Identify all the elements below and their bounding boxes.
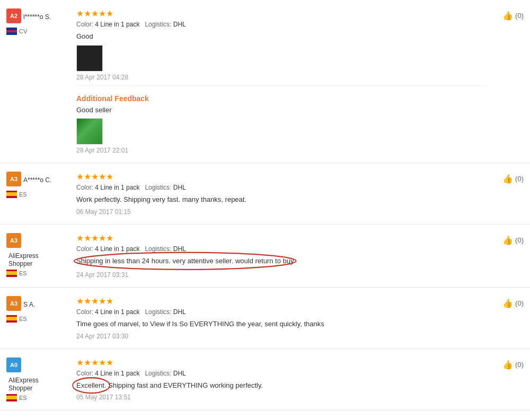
- review-meta: Color: 4 Line in 1 pack Logistics: DHL: [76, 370, 485, 377]
- reviewer-info: A3 S A. ES: [6, 296, 70, 340]
- star: ★: [76, 296, 84, 306]
- helpful-area: 👍 (0): [492, 233, 524, 279]
- additional-feedback-date: 28 Apr 2017 22:01: [76, 147, 485, 154]
- additional-product-image-wrapper: [76, 118, 485, 145]
- reviewer-name: A*****o C.: [23, 176, 51, 184]
- thumb-up-icon: 👍: [502, 360, 513, 370]
- helpful-area: 👍 (0): [492, 172, 524, 216]
- color-label: Color:: [76, 184, 95, 191]
- flag-icon: [6, 28, 17, 35]
- circle-highlight-svg: [71, 376, 111, 395]
- helpful-count: (0): [515, 175, 524, 183]
- helpful-button[interactable]: 👍 (0): [502, 360, 524, 370]
- helpful-button[interactable]: 👍 (0): [502, 235, 524, 245]
- review-item: A2 l******o S. CV ★ ★ ★ ★ ★ Color: 4 Lin…: [0, 0, 530, 163]
- star: ★: [99, 8, 106, 19]
- country-label: ES: [19, 395, 27, 401]
- review-text: Shipping in less than 24 hours. very att…: [76, 256, 294, 266]
- review-content: ★ ★ ★ ★ ★ Color: 4 Line in 1 pack Logist…: [70, 358, 492, 401]
- stars-row: ★ ★ ★ ★ ★: [76, 172, 485, 182]
- color-value: 4 Line in 1 pack: [95, 308, 139, 316]
- color-label: Color:: [76, 21, 95, 28]
- flag-icon: [6, 394, 17, 401]
- review-text: Excellent. Shipping fast and EVERYTHING …: [76, 380, 485, 391]
- reviewer-info: A0 AliExpressShopper ES: [6, 358, 70, 401]
- stars-row: ★ ★ ★ ★ ★: [76, 8, 485, 19]
- country-label: ES: [19, 316, 27, 322]
- avatar: A3: [6, 296, 21, 311]
- logistics-label: Logistics:: [145, 308, 173, 316]
- svg-point-0: [74, 252, 296, 269]
- product-image: [76, 45, 103, 72]
- helpful-button[interactable]: 👍 (0): [502, 298, 524, 308]
- thumb-up-icon: 👍: [502, 235, 513, 245]
- additional-product-image: [76, 118, 103, 145]
- star: ★: [91, 233, 99, 243]
- review-text: Work perfectly. Shipping very fast. many…: [76, 194, 485, 205]
- review-meta: Color: 4 Line in 1 pack Logistics: DHL: [76, 245, 485, 253]
- helpful-button[interactable]: 👍 (0): [502, 11, 524, 21]
- star: ★: [91, 8, 99, 19]
- review-content: ★ ★ ★ ★ ★ Color: 4 Line in 1 pack Logist…: [70, 233, 492, 279]
- thumb-up-icon: 👍: [502, 298, 513, 308]
- reviewer-name: AliExpressShopper: [8, 252, 70, 269]
- star: ★: [99, 233, 106, 243]
- flag-icon: [6, 270, 17, 277]
- country-label: ES: [19, 270, 27, 276]
- thumb-up-icon: 👍: [502, 174, 513, 184]
- review-date: 28 Apr 2017 04:28: [76, 74, 485, 81]
- product-image-wrapper: [76, 45, 485, 72]
- review-item: A0 AliExpressShopper ES ★ ★ ★ ★ ★ Color:…: [0, 349, 530, 410]
- review-meta: Color: 4 Line in 1 pack Logistics: DHL: [76, 21, 485, 28]
- star: ★: [84, 233, 91, 243]
- logistics-value: DHL: [173, 308, 186, 316]
- review-meta: Color: 4 Line in 1 pack Logistics: DHL: [76, 184, 485, 191]
- helpful-count: (0): [515, 299, 524, 307]
- country-label: CV: [19, 28, 27, 34]
- star: ★: [84, 358, 91, 368]
- star: ★: [76, 233, 84, 243]
- helpful-area: 👍 (0): [492, 296, 524, 340]
- color-value: 4 Line in 1 pack: [95, 245, 139, 253]
- color-label: Color:: [76, 308, 95, 316]
- stars-row: ★ ★ ★ ★ ★: [76, 296, 485, 306]
- star: ★: [99, 358, 106, 368]
- svg-point-1: [73, 378, 110, 393]
- avatar: A3: [6, 172, 21, 186]
- review-item: A3 AliExpressShopper ES ★ ★ ★ ★ ★ Color:…: [0, 225, 530, 288]
- star: ★: [84, 172, 91, 182]
- highlighted-word: Excellent.: [76, 380, 106, 391]
- star-half: ★: [106, 296, 113, 306]
- review-date: 24 Apr 2017 03:30: [76, 333, 485, 340]
- reviews-container: A2 l******o S. CV ★ ★ ★ ★ ★ Color: 4 Lin…: [0, 0, 530, 410]
- helpful-count: (0): [515, 361, 524, 369]
- helpful-button[interactable]: 👍 (0): [502, 174, 524, 184]
- additional-feedback-label: Additional Feedback: [76, 94, 485, 103]
- star-half: ★: [106, 233, 113, 243]
- reviewer-info: A3 AliExpressShopper ES: [6, 233, 70, 279]
- review-content: ★ ★ ★ ★ ★ Color: 4 Line in 1 pack Logist…: [70, 8, 492, 154]
- star: ★: [99, 172, 106, 182]
- color-value: 4 Line in 1 pack: [95, 370, 139, 377]
- logistics-value: DHL: [173, 245, 186, 253]
- star: ★: [91, 358, 99, 368]
- reviewer-info: A2 l******o S. CV: [6, 8, 70, 154]
- review-date: 24 Apr 2017 03:31: [76, 271, 485, 279]
- color-value: 4 Line in 1 pack: [95, 184, 139, 191]
- logistics-value: DHL: [173, 184, 186, 191]
- logistics-label: Logistics:: [145, 184, 173, 191]
- thumb-up-icon: 👍: [502, 11, 513, 21]
- review-text: Time goes of marvel, to View if Is So EV…: [76, 319, 485, 329]
- flag-icon: [6, 315, 17, 323]
- review-date: 05 May 2017 13:51: [76, 394, 485, 401]
- additional-feedback-text: Good seller: [76, 105, 485, 115]
- star: ★: [99, 296, 106, 306]
- star: ★: [76, 358, 84, 368]
- stars-row: ★ ★ ★ ★ ★: [76, 233, 485, 243]
- stars-row: ★ ★ ★ ★ ★: [76, 358, 485, 368]
- logistics-value: DHL: [173, 370, 186, 377]
- star: ★: [84, 296, 91, 306]
- star: ★: [76, 172, 84, 182]
- review-item: A3 A*****o C. ES ★ ★ ★ ★ ★ Color: 4 Line…: [0, 163, 530, 225]
- logistics-label: Logistics:: [145, 245, 173, 253]
